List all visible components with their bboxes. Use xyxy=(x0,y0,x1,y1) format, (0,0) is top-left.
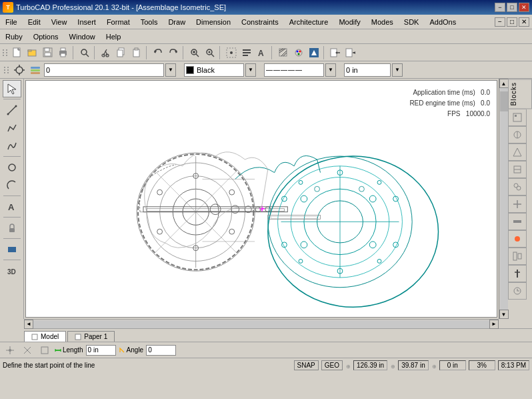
import-button[interactable] xyxy=(328,45,343,60)
menu-file[interactable]: File xyxy=(0,15,23,29)
hscroll-right-button[interactable]: ► xyxy=(489,320,499,329)
scroll-down-button[interactable]: ▼ xyxy=(499,310,509,319)
right-tool-8[interactable] xyxy=(508,230,527,248)
hscroll-track[interactable] xyxy=(33,320,489,328)
export-button[interactable] xyxy=(343,45,358,60)
hatch-button[interactable] xyxy=(276,45,291,60)
layer-settings-button[interactable] xyxy=(12,63,27,77)
cut-button[interactable] xyxy=(99,45,113,60)
menu-modify[interactable]: Modify xyxy=(333,15,365,29)
layer-dropdown[interactable]: 0 xyxy=(44,63,164,77)
new-file-button[interactable] xyxy=(10,45,25,60)
render-button[interactable] xyxy=(307,45,321,60)
menu-options[interactable]: Options xyxy=(28,29,64,43)
lock-button[interactable] xyxy=(3,220,21,237)
scroll-thumb[interactable] xyxy=(500,91,508,111)
snap-button[interactable] xyxy=(224,45,239,60)
layer-dropdown-arrow[interactable]: ▼ xyxy=(165,63,176,77)
menu-constraints[interactable]: Constraints xyxy=(236,15,284,29)
vertical-scrollbar[interactable]: ▲ ▼ xyxy=(499,79,508,319)
toolbar1-grip[interactable] xyxy=(1,48,9,57)
menu-format[interactable]: Format xyxy=(101,15,135,29)
main-area: A 3D xyxy=(0,79,532,319)
angle-label: Angle xyxy=(119,346,144,354)
right-tool-7[interactable] xyxy=(508,213,527,230)
draw-circle-button[interactable] xyxy=(3,159,21,176)
linewidth-dropdown[interactable]: 0 in xyxy=(344,63,391,77)
snap-button[interactable]: SNAP xyxy=(294,360,319,370)
draw-line-button[interactable] xyxy=(3,101,21,119)
draw-spline-button[interactable] xyxy=(3,137,21,155)
menu-view[interactable]: View xyxy=(46,15,73,29)
right-tool-4[interactable] xyxy=(508,161,527,178)
drawing-area[interactable]: Application time (ms) 0.0 RED engine tim… xyxy=(26,81,497,317)
minimize-button[interactable]: − xyxy=(495,3,505,12)
scroll-track xyxy=(500,88,508,310)
snap-toggle[interactable] xyxy=(3,343,17,358)
print-button[interactable] xyxy=(56,45,71,60)
text-tool-button[interactable]: A xyxy=(3,198,21,216)
undo-button[interactable] xyxy=(151,45,165,60)
select-tool-button[interactable] xyxy=(3,80,21,97)
menu-help[interactable]: Help xyxy=(101,29,127,43)
linewidth-dropdown-arrow[interactable]: ▼ xyxy=(392,63,403,77)
right-tool-3[interactable] xyxy=(508,143,527,161)
color-dropdown-arrow[interactable]: ▼ xyxy=(245,63,256,77)
rectangle-button[interactable] xyxy=(3,241,21,258)
menu-draw[interactable]: Draw xyxy=(163,15,191,29)
inner-minimize[interactable]: − xyxy=(495,17,505,27)
menu-architecture[interactable]: Architecture xyxy=(284,15,334,29)
length-input[interactable] xyxy=(86,345,116,356)
text-button[interactable]: A xyxy=(255,45,269,60)
save-button[interactable] xyxy=(41,45,55,60)
maximize-button[interactable]: □ xyxy=(507,3,517,12)
copy-button[interactable] xyxy=(114,45,129,60)
paper1-tab[interactable]: Paper 1 xyxy=(67,331,115,342)
palette-button[interactable] xyxy=(291,45,306,60)
toolbar2-grip[interactable] xyxy=(3,65,11,75)
menu-edit[interactable]: Edit xyxy=(23,15,46,29)
3d-button[interactable]: 3D xyxy=(3,262,21,280)
menu-dimension[interactable]: Dimension xyxy=(191,15,236,29)
angle-input[interactable] xyxy=(146,345,176,356)
right-tool-1[interactable] xyxy=(508,109,527,126)
right-tool-6[interactable] xyxy=(508,195,527,213)
right-tool-5[interactable] xyxy=(508,178,527,195)
inner-close[interactable]: ✕ xyxy=(519,17,529,27)
scroll-up-button[interactable]: ▲ xyxy=(499,79,509,88)
hscroll-left-button[interactable]: ◄ xyxy=(24,320,33,329)
menu-ruby[interactable]: Ruby xyxy=(0,29,28,43)
inner-restore[interactable]: □ xyxy=(507,17,517,27)
linetype-dropdown[interactable]: ————— xyxy=(264,63,324,77)
menu-tools[interactable]: Tools xyxy=(135,15,163,29)
magnify-button[interactable] xyxy=(77,45,92,60)
svg-rect-138 xyxy=(513,252,517,260)
snap-mode-button[interactable] xyxy=(20,343,35,358)
zoom-window-button[interactable] xyxy=(203,45,217,60)
coord-mode-button[interactable] xyxy=(37,343,52,358)
model-tab[interactable]: Model xyxy=(24,331,66,342)
right-tool-10[interactable] xyxy=(508,265,527,282)
draw-polyline-button[interactable] xyxy=(3,119,21,137)
paste-button[interactable] xyxy=(129,45,144,60)
menu-window[interactable]: Window xyxy=(64,29,101,43)
draw-arc-button[interactable] xyxy=(3,177,21,194)
open-file-button[interactable] xyxy=(25,45,40,60)
properties-button[interactable] xyxy=(239,45,254,60)
svg-rect-10 xyxy=(61,48,65,51)
right-tool-2[interactable] xyxy=(508,126,527,143)
canvas-container[interactable]: Application time (ms) 0.0 RED engine tim… xyxy=(25,80,497,318)
right-tool-11[interactable] xyxy=(508,282,527,300)
color-dropdown[interactable]: Black xyxy=(184,63,244,77)
redo-button[interactable] xyxy=(166,45,181,60)
linetype-dropdown-arrow[interactable]: ▼ xyxy=(325,63,336,77)
zoom-in-button[interactable] xyxy=(187,45,202,60)
menu-addons[interactable]: AddOns xyxy=(424,15,461,29)
blocks-tab[interactable]: Blocks xyxy=(508,79,532,109)
menu-sdk[interactable]: SDK xyxy=(399,15,425,29)
right-tool-9[interactable] xyxy=(508,248,527,265)
menu-modes[interactable]: Modes xyxy=(366,15,399,29)
geo-button[interactable]: GEO xyxy=(321,360,343,370)
menu-insert[interactable]: Insert xyxy=(72,15,101,29)
close-button[interactable]: ✕ xyxy=(519,3,529,12)
